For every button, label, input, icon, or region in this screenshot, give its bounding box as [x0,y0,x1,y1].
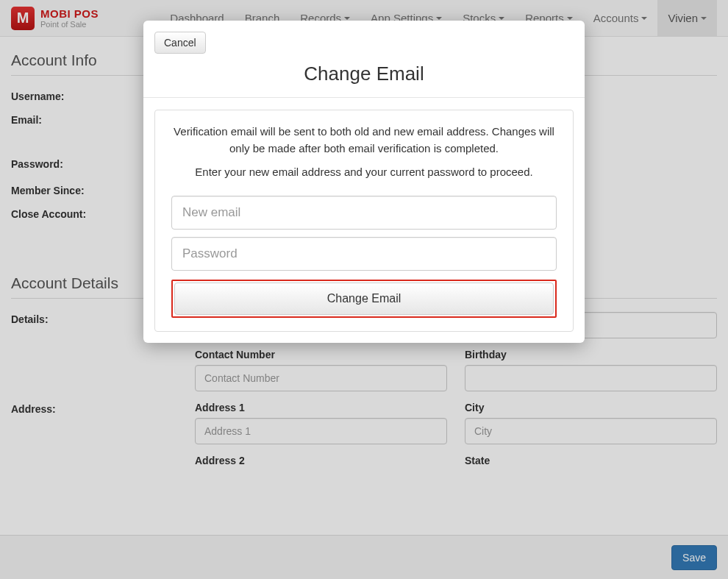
new-email-input[interactable] [171,196,557,230]
divider [143,97,585,98]
change-email-modal: Cancel Change Email Verification email w… [143,21,585,343]
modal-title: Change Email [154,63,574,85]
password-input[interactable] [171,237,557,271]
modal-overlay: Cancel Change Email Verification email w… [0,0,728,579]
cancel-button[interactable]: Cancel [154,32,206,54]
change-email-button[interactable]: Change Email [174,283,554,315]
modal-message-2: Enter your new email address and your cu… [171,164,557,181]
change-email-highlight: Change Email [171,280,557,318]
modal-message-1: Verification email will be sent to both … [171,124,557,157]
